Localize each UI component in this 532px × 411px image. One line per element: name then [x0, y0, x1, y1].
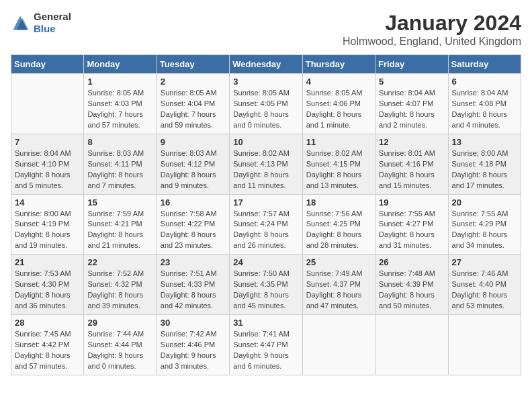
day-info: Sunrise: 8:00 AMSunset: 4:18 PMDaylight:…	[452, 148, 517, 191]
calendar-cell: 16Sunrise: 7:58 AMSunset: 4:22 PMDayligh…	[157, 194, 229, 255]
calendar-week-4: 21Sunrise: 7:53 AMSunset: 4:30 PMDayligh…	[11, 255, 521, 315]
day-number: 16	[161, 197, 226, 208]
day-number: 5	[379, 77, 444, 87]
day-info: Sunrise: 8:05 AMSunset: 4:05 PMDaylight:…	[233, 88, 298, 131]
day-info: Sunrise: 7:57 AMSunset: 4:24 PMDaylight:…	[233, 209, 298, 252]
day-info: Sunrise: 7:49 AMSunset: 4:37 PMDaylight:…	[306, 269, 371, 312]
calendar-cell: 2Sunrise: 8:05 AMSunset: 4:04 PMDaylight…	[157, 74, 229, 134]
calendar-cell: 5Sunrise: 8:04 AMSunset: 4:07 PMDaylight…	[375, 74, 448, 134]
logo-icon	[11, 13, 30, 32]
calendar-cell: 10Sunrise: 8:02 AMSunset: 4:13 PMDayligh…	[230, 134, 302, 194]
calendar-week-5: 28Sunrise: 7:45 AMSunset: 4:42 PMDayligh…	[11, 315, 521, 375]
day-number: 30	[161, 318, 226, 328]
day-header-tuesday: Tuesday	[157, 55, 229, 74]
day-info: Sunrise: 8:04 AMSunset: 4:10 PMDaylight:…	[15, 148, 80, 191]
calendar-cell: 31Sunrise: 7:41 AMSunset: 4:47 PMDayligh…	[230, 315, 302, 375]
day-number: 13	[452, 137, 517, 147]
calendar-cell: 9Sunrise: 8:03 AMSunset: 4:12 PMDaylight…	[157, 134, 229, 194]
day-number: 26	[379, 257, 444, 267]
day-number: 10	[233, 137, 298, 147]
day-number: 9	[161, 137, 226, 147]
calendar-cell: 20Sunrise: 7:55 AMSunset: 4:29 PMDayligh…	[448, 194, 521, 255]
day-info: Sunrise: 8:05 AMSunset: 4:04 PMDaylight:…	[161, 88, 226, 131]
calendar-cell	[375, 315, 448, 375]
calendar-cell: 13Sunrise: 8:00 AMSunset: 4:18 PMDayligh…	[448, 134, 521, 194]
calendar-table: SundayMondayTuesdayWednesdayThursdayFrid…	[11, 54, 521, 375]
calendar-cell: 21Sunrise: 7:53 AMSunset: 4:30 PMDayligh…	[11, 255, 84, 315]
title-area: January 2024 Holmwood, England, United K…	[343, 11, 521, 48]
calendar-cell: 22Sunrise: 7:52 AMSunset: 4:32 PMDayligh…	[84, 255, 157, 315]
day-number: 4	[306, 77, 371, 87]
calendar-cell: 11Sunrise: 8:02 AMSunset: 4:15 PMDayligh…	[302, 134, 375, 194]
day-info: Sunrise: 8:05 AMSunset: 4:03 PMDaylight:…	[87, 88, 152, 131]
day-header-wednesday: Wednesday	[230, 55, 302, 74]
calendar-cell: 12Sunrise: 8:01 AMSunset: 4:16 PMDayligh…	[375, 134, 448, 194]
day-number: 23	[161, 257, 226, 267]
calendar-week-2: 7Sunrise: 8:04 AMSunset: 4:10 PMDaylight…	[11, 134, 521, 194]
logo-general: General	[34, 11, 71, 22]
day-number: 3	[233, 77, 298, 87]
calendar-week-1: 1Sunrise: 8:05 AMSunset: 4:03 PMDaylight…	[11, 74, 521, 134]
day-number: 11	[306, 137, 371, 147]
day-number: 8	[87, 137, 152, 147]
day-number: 1	[87, 77, 152, 87]
calendar-cell: 6Sunrise: 8:04 AMSunset: 4:08 PMDaylight…	[448, 74, 521, 134]
day-header-thursday: Thursday	[302, 55, 375, 74]
calendar-cell: 17Sunrise: 7:57 AMSunset: 4:24 PMDayligh…	[230, 194, 302, 255]
day-header-saturday: Saturday	[448, 55, 521, 74]
calendar-cell: 4Sunrise: 8:05 AMSunset: 4:06 PMDaylight…	[302, 74, 375, 134]
calendar-cell: 1Sunrise: 8:05 AMSunset: 4:03 PMDaylight…	[84, 74, 157, 134]
calendar-cell: 18Sunrise: 7:56 AMSunset: 4:25 PMDayligh…	[302, 194, 375, 255]
calendar-week-3: 14Sunrise: 8:00 AMSunset: 4:19 PMDayligh…	[11, 194, 521, 255]
day-number: 27	[452, 257, 517, 267]
calendar-title: January 2024	[343, 11, 521, 36]
calendar-header-row: SundayMondayTuesdayWednesdayThursdayFrid…	[11, 55, 521, 74]
day-info: Sunrise: 8:04 AMSunset: 4:07 PMDaylight:…	[379, 88, 444, 131]
day-number: 18	[306, 197, 371, 208]
day-info: Sunrise: 8:05 AMSunset: 4:06 PMDaylight:…	[306, 88, 371, 131]
day-info: Sunrise: 7:59 AMSunset: 4:21 PMDaylight:…	[87, 209, 152, 252]
calendar-cell: 24Sunrise: 7:50 AMSunset: 4:35 PMDayligh…	[230, 255, 302, 315]
calendar-cell: 28Sunrise: 7:45 AMSunset: 4:42 PMDayligh…	[11, 315, 84, 375]
day-number: 19	[379, 197, 444, 208]
day-info: Sunrise: 7:50 AMSunset: 4:35 PMDaylight:…	[233, 269, 298, 312]
day-info: Sunrise: 8:00 AMSunset: 4:19 PMDaylight:…	[15, 209, 80, 252]
day-info: Sunrise: 7:51 AMSunset: 4:33 PMDaylight:…	[161, 269, 226, 312]
day-number: 25	[306, 257, 371, 267]
calendar-cell: 15Sunrise: 7:59 AMSunset: 4:21 PMDayligh…	[84, 194, 157, 255]
calendar-cell: 25Sunrise: 7:49 AMSunset: 4:37 PMDayligh…	[302, 255, 375, 315]
day-number: 17	[233, 197, 298, 208]
day-header-monday: Monday	[84, 55, 157, 74]
logo-blue: Blue	[34, 23, 56, 34]
calendar-cell	[11, 74, 84, 134]
day-number: 15	[87, 197, 152, 208]
day-number: 20	[452, 197, 517, 208]
day-number: 31	[233, 318, 298, 328]
logo: General Blue	[11, 11, 71, 35]
day-number: 2	[161, 77, 226, 87]
day-info: Sunrise: 7:41 AMSunset: 4:47 PMDaylight:…	[233, 329, 298, 372]
day-info: Sunrise: 8:03 AMSunset: 4:11 PMDaylight:…	[87, 148, 152, 191]
day-number: 7	[15, 137, 80, 147]
day-number: 6	[452, 77, 517, 87]
calendar-cell	[302, 315, 375, 375]
day-info: Sunrise: 8:03 AMSunset: 4:12 PMDaylight:…	[161, 148, 226, 191]
day-number: 22	[87, 257, 152, 267]
calendar-cell: 14Sunrise: 8:00 AMSunset: 4:19 PMDayligh…	[11, 194, 84, 255]
day-info: Sunrise: 7:55 AMSunset: 4:27 PMDaylight:…	[379, 209, 444, 252]
day-number: 12	[379, 137, 444, 147]
day-info: Sunrise: 7:45 AMSunset: 4:42 PMDaylight:…	[15, 329, 80, 372]
day-info: Sunrise: 7:52 AMSunset: 4:32 PMDaylight:…	[87, 269, 152, 312]
calendar-cell: 27Sunrise: 7:46 AMSunset: 4:40 PMDayligh…	[448, 255, 521, 315]
day-number: 21	[15, 257, 80, 267]
logo-text: General Blue	[34, 11, 71, 35]
day-info: Sunrise: 8:02 AMSunset: 4:13 PMDaylight:…	[233, 148, 298, 191]
day-info: Sunrise: 8:01 AMSunset: 4:16 PMDaylight:…	[379, 148, 444, 191]
day-info: Sunrise: 7:58 AMSunset: 4:22 PMDaylight:…	[161, 209, 226, 252]
day-info: Sunrise: 7:46 AMSunset: 4:40 PMDaylight:…	[452, 269, 517, 312]
day-info: Sunrise: 7:42 AMSunset: 4:46 PMDaylight:…	[161, 329, 226, 372]
day-info: Sunrise: 7:56 AMSunset: 4:25 PMDaylight:…	[306, 209, 371, 252]
calendar-cell: 26Sunrise: 7:48 AMSunset: 4:39 PMDayligh…	[375, 255, 448, 315]
header: General Blue January 2024 Holmwood, Engl…	[11, 11, 521, 48]
day-number: 29	[87, 318, 152, 328]
